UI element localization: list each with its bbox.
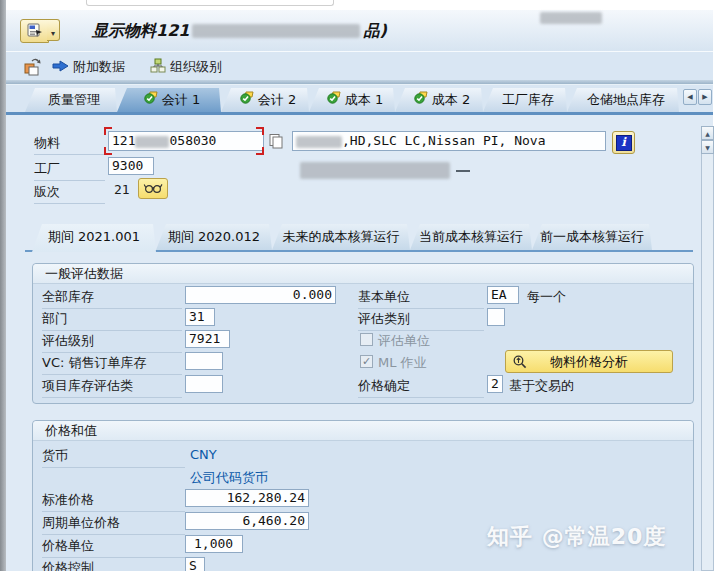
tab-period-2020-012[interactable]: 期间 2020.012	[156, 224, 272, 250]
blue-arrow-icon	[52, 59, 69, 76]
valuation-class-label: 评估级别	[42, 332, 182, 353]
periodic-unit-price-label: 周期单位价格	[42, 514, 185, 535]
plant-field[interactable]: 9300	[108, 157, 154, 175]
material-price-analysis-button[interactable]: 物料价格分析	[505, 350, 673, 373]
periodic-unit-price-field[interactable]: 6,460.20	[185, 512, 309, 530]
tab-accounting-2[interactable]: 会计 2	[221, 88, 309, 112]
check-icon: ✓	[362, 355, 371, 368]
tab-check-icon	[240, 88, 254, 112]
tab-costing-2[interactable]: 成本 2	[395, 88, 483, 112]
valuation-category-label: 评估类别	[358, 310, 484, 331]
additional-data-button[interactable]: 附加数据	[52, 58, 125, 76]
glasses-icon	[143, 181, 163, 197]
revision-value: 21	[114, 182, 130, 197]
redacted-block	[540, 12, 602, 24]
system-menu-button[interactable]	[20, 19, 49, 43]
cursor-bracket	[256, 127, 264, 135]
price-determination-field[interactable]: 2	[487, 375, 503, 393]
org-levels-button[interactable]: 组织级别	[150, 58, 222, 76]
base-unit-field[interactable]: EA	[487, 286, 519, 304]
tab-previous-costing-run[interactable]: 前一成本核算运行	[532, 224, 652, 250]
redacted-block	[300, 162, 450, 179]
system-menu-dropdown[interactable]: ▾	[47, 19, 60, 41]
redacted-dash	[456, 170, 470, 172]
vertical-scrollbar[interactable]	[701, 126, 714, 571]
prices-title: 价格和值	[33, 421, 693, 441]
valuation-unit-checkbox[interactable]	[360, 333, 373, 346]
chevron-down-icon: ▾	[51, 29, 55, 38]
price-control-label: 价格控制	[42, 559, 185, 571]
standard-price-label: 标准价格	[42, 491, 185, 512]
redacted-block	[296, 136, 342, 148]
standard-price-field[interactable]: 162,280.24	[185, 489, 309, 507]
tab-check-icon	[327, 88, 341, 112]
plant-label: 工厂	[34, 160, 105, 181]
price-determination-suffix: 基于交易的	[509, 377, 574, 395]
total-stock-field[interactable]: 0.000	[185, 286, 336, 304]
tab-check-icon	[144, 88, 158, 112]
tab-storage-location-stock[interactable]: 仓储地点库存	[567, 88, 679, 112]
material-field[interactable]: 121058030	[108, 131, 264, 151]
scroll-down-button[interactable]: ▼	[701, 140, 714, 154]
price-unit-field[interactable]: 1,000	[185, 535, 243, 553]
base-unit-suffix: 每一个	[527, 288, 566, 306]
cursor-bracket	[256, 147, 264, 155]
org-levels-label: 组织级别	[170, 58, 222, 76]
division-label: 部门	[42, 310, 182, 331]
page-title: 显示物料121品)	[92, 21, 387, 41]
price-control-field[interactable]: S	[185, 557, 205, 571]
org-levels-icon	[150, 58, 166, 76]
triangle-right-icon: ▶	[702, 93, 707, 101]
cursor-bracket	[104, 147, 112, 155]
additional-data-label: 附加数据	[73, 58, 125, 76]
tab-scroll-left-button[interactable]: ◀	[683, 89, 697, 105]
tab-quality-management[interactable]: 质量管理	[25, 88, 117, 112]
ml-active-label: ML 作业	[378, 354, 427, 372]
currency-value: CNY	[190, 447, 217, 462]
redacted-block	[192, 24, 360, 38]
magnifier-icon	[512, 354, 528, 373]
vc-sales-order-field[interactable]	[185, 352, 223, 370]
transaction-icon	[27, 22, 43, 41]
vc-sales-order-label: VC: 销售订单库存	[42, 354, 182, 375]
cropped-top-element	[86, 0, 334, 6]
cursor-bracket	[104, 127, 112, 135]
currency-label: 货币	[42, 447, 185, 468]
base-unit-label: 基本单位	[358, 288, 484, 309]
price-determination-label: 价格确定	[358, 377, 484, 398]
toolbar-separator	[6, 80, 713, 85]
info-button[interactable]: i	[612, 131, 635, 154]
watermark: 知乎 @常温20度	[487, 522, 666, 552]
tab-costing-1[interactable]: 成本 1	[309, 88, 395, 112]
triangle-down-icon: ▼	[705, 144, 710, 151]
valuation-class-field[interactable]: 7921	[185, 330, 230, 348]
ml-active-checkbox[interactable]: ✓	[360, 355, 373, 368]
redacted-block	[135, 136, 169, 148]
tab-current-costing-run[interactable]: 当前成本核算运行	[410, 224, 532, 250]
tab-future-costing-run[interactable]: 未来的成本核算运行	[272, 224, 410, 250]
triangle-left-icon: ◀	[687, 93, 692, 101]
project-stock-label: 项目库存评估类	[42, 377, 182, 398]
display-change-icon	[22, 57, 42, 80]
revision-label: 版次	[34, 183, 105, 204]
tab-period-2021-001[interactable]: 期间 2021.001	[32, 224, 156, 252]
tab-plant-stock[interactable]: 工厂库存	[483, 88, 567, 112]
triangle-up-icon: ▲	[705, 130, 710, 137]
total-stock-label: 全部库存	[42, 288, 182, 309]
display-revision-button[interactable]	[138, 178, 168, 199]
material-description-field[interactable]: ,HD,SLC LC,Nissan PI, Nova	[292, 131, 606, 151]
tab-accounting-1[interactable]: 会计 1	[117, 88, 221, 112]
tab-scroll-right-button[interactable]: ▶	[698, 89, 712, 105]
scroll-up-button[interactable]: ▲	[701, 126, 714, 140]
price-unit-label: 价格单位	[42, 537, 185, 558]
info-icon: i	[616, 135, 632, 151]
valuation-category-field[interactable]	[487, 308, 505, 326]
valuation-unit-label: 评估单位	[378, 332, 430, 350]
company-currency-note: 公司代码货币	[190, 469, 268, 487]
display-change-button[interactable]	[22, 57, 42, 80]
tab-check-icon	[414, 88, 428, 112]
general-valuation-title: 一般评估数据	[33, 264, 693, 284]
project-stock-field[interactable]	[185, 375, 223, 393]
copy-icon[interactable]	[268, 133, 284, 153]
division-field[interactable]: 31	[185, 308, 215, 326]
